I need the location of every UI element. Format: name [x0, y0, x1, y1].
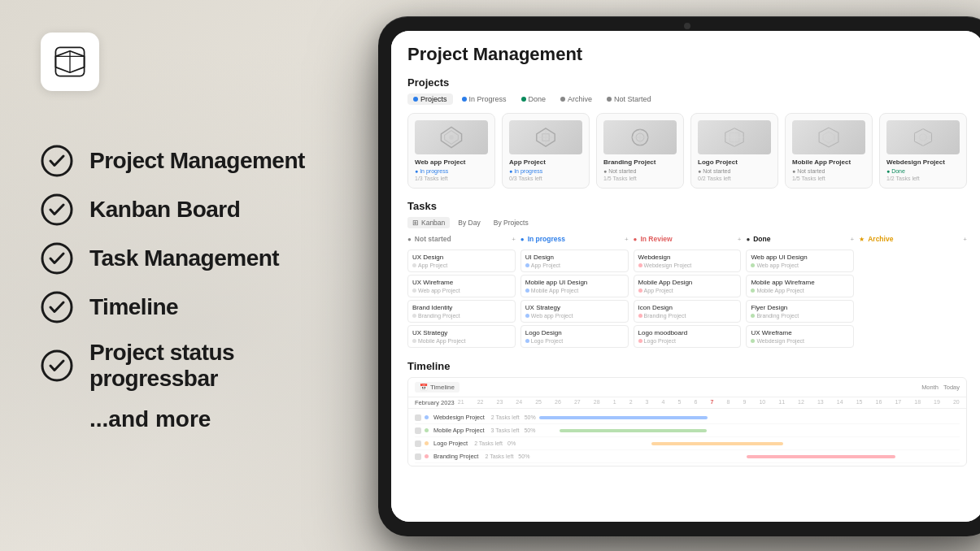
kanban-plus-in-review[interactable]: + — [738, 236, 742, 243]
timeline-row-1: Mobile App Project 3 Tasks left 50% — [415, 424, 960, 437]
check-icon-timeline — [41, 291, 73, 323]
projects-section-title: Projects — [407, 76, 967, 89]
svg-marker-11 — [819, 128, 838, 147]
tasks-tabs: ⊞ Kanban By Day By Projects — [407, 217, 967, 228]
project-tasks-0: 1/3 Tasks left — [415, 176, 488, 181]
tab-in-progress[interactable]: In Progress — [456, 93, 512, 105]
projects-grid: Web app Project ● In progress 1/3 Tasks … — [407, 113, 967, 189]
check-icon-progress-bar — [41, 349, 73, 382]
tab-by-projects[interactable]: By Projects — [489, 217, 534, 228]
tab-projects[interactable]: Projects — [407, 93, 453, 105]
kanban-task-0-0: UX Design App Project — [407, 249, 516, 272]
tab-dot-archive — [560, 97, 565, 102]
kanban-task-1-3: Logo Design Logo Project — [520, 325, 629, 348]
feature-item-progress-bar: Project status progressbar — [41, 335, 350, 397]
task-project-3-0: Web app Project — [751, 262, 849, 268]
project-card-3[interactable]: Logo Project ● Not started 0/2 Tasks lef… — [690, 113, 778, 189]
tab-archive[interactable]: Archive — [555, 93, 598, 105]
by-projects-tab-label: By Projects — [494, 219, 529, 227]
kanban-board: ● Not started + UX Design App Project — [407, 235, 967, 350]
svg-marker-12 — [823, 132, 834, 143]
task-project-1-2: Web app Project — [525, 313, 624, 319]
project-name-1: App Project — [509, 158, 582, 166]
timeline-row-icon-2 — [415, 440, 421, 447]
timeline-bar-area-1 — [538, 428, 960, 433]
feature-list: Project Management Kanban Board Task Man… — [41, 140, 350, 432]
check-icon-project-management — [41, 145, 73, 177]
timeline-row-pct-0: 50% — [525, 414, 536, 420]
kanban-plus-not-started[interactable]: + — [512, 236, 516, 243]
notion-logo — [41, 33, 99, 91]
tab-timeline[interactable]: 📅 Timeline — [415, 382, 460, 393]
timeline-section: Timeline 📅 Timeline Month Today — [407, 360, 967, 466]
timeline-month: February 2023 — [415, 399, 455, 406]
tab-by-day[interactable]: By Day — [453, 217, 485, 228]
kanban-tab-label: Kanban — [421, 219, 445, 227]
kanban-header-not-started: ● Not started + — [407, 235, 516, 245]
left-panel: Project Management Kanban Board Task Man… — [0, 0, 390, 551]
task-project-dot-1-2 — [525, 314, 529, 318]
kanban-title-not-started: Not started — [415, 235, 451, 243]
task-project-1-3: Logo Project — [525, 338, 624, 344]
tab-dot-in-progress — [462, 97, 467, 102]
task-project-dot-2-2 — [638, 314, 642, 318]
project-card-1[interactable]: App Project ● In progress 0/3 Tasks left — [502, 113, 590, 189]
kanban-col-in-progress: ● In progress + UI Design App Project — [520, 235, 629, 350]
svg-point-4 — [42, 293, 72, 322]
tab-dot-done — [521, 97, 526, 102]
task-project-1-0: App Project — [525, 262, 624, 268]
task-project-3-1: Mobile App Project — [751, 288, 849, 293]
project-card-4[interactable]: Mobile App Project ● Not started 1/5 Tas… — [785, 113, 873, 189]
task-project-3-2: Branding Project — [751, 313, 849, 319]
project-tasks-1: 0/3 Tasks left — [509, 176, 582, 181]
tab-label-archive: Archive — [568, 95, 592, 103]
tablet-wrapper: Project Management Projects Projects In … — [378, 16, 980, 536]
kanban-task-0-1: UX Wireframe Web app Project — [407, 275, 516, 297]
task-project-3-3: Webdesign Project — [751, 338, 849, 344]
feature-label-4: Project status progressbar — [89, 340, 350, 392]
tab-label-in-progress: In Progress — [469, 95, 507, 103]
project-card-5[interactable]: Webdesign Project ● Done 1/2 Tasks left — [879, 113, 967, 189]
kanban-task-3-3: UX Wireframe Webdesign Project — [746, 325, 854, 348]
tab-done[interactable]: Done — [516, 93, 552, 105]
task-project-dot-1-0 — [525, 263, 529, 267]
tab-label-not-started: Not Started — [614, 95, 651, 103]
svg-point-8 — [449, 135, 454, 140]
tab-kanban[interactable]: ⊞ Kanban — [407, 217, 450, 228]
project-card-2[interactable]: Branding Project ● Not started 1/5 Tasks… — [596, 113, 684, 189]
tab-label-done: Done — [529, 95, 547, 103]
timeline-row-2: Logo Project 2 Tasks left 0% — [415, 437, 960, 450]
project-status-4: ● Not started — [792, 168, 865, 174]
month-label: Month — [921, 384, 939, 391]
kanban-plus-done[interactable]: + — [851, 236, 855, 243]
task-project-2-1: App Project — [638, 288, 737, 293]
svg-point-13 — [920, 134, 926, 141]
feature-label-1: Kanban Board — [89, 197, 240, 223]
task-project-dot-3-1 — [751, 289, 755, 293]
project-name-5: Webdesign Project — [886, 158, 960, 166]
feature-item-project-management: Project Management — [41, 140, 350, 182]
tasks-section: Tasks ⊞ Kanban By Day By Projects — [407, 200, 967, 350]
tab-not-started[interactable]: Not Started — [601, 93, 657, 105]
done-bullet: ● — [746, 236, 750, 243]
project-thumb-0 — [415, 120, 488, 154]
project-card-0[interactable]: Web app Project ● In progress 1/3 Tasks … — [407, 113, 495, 189]
kanban-col-done: ● Done + Web app UI Design Web app Proje… — [746, 235, 854, 350]
timeline-color-dot-1 — [425, 428, 429, 432]
feature-item-kanban-board: Kanban Board — [41, 189, 350, 231]
task-name-1-1: Mobile app UI Design — [525, 279, 624, 286]
kanban-plus-in-progress[interactable]: + — [625, 236, 629, 243]
kanban-title-in-review: In Review — [640, 235, 672, 243]
feature-label-0: Project Management — [89, 148, 305, 174]
project-tasks-5: 1/2 Tasks left — [886, 176, 960, 181]
not-started-bullet: ● — [407, 236, 412, 243]
project-name-0: Web app Project — [415, 158, 488, 166]
kanban-header-in-progress: ● In progress + — [520, 235, 629, 245]
project-tasks-4: 1/5 Tasks left — [792, 176, 865, 181]
kanban-plus-archive[interactable]: + — [963, 236, 967, 243]
project-thumb-1 — [509, 120, 582, 154]
project-tasks-3: 0/2 Tasks left — [698, 176, 771, 181]
timeline-row-icon-0 — [415, 414, 421, 421]
kanban-task-0-3: UX Strategy Mobile App Project — [407, 325, 516, 348]
archive-bullet: ★ — [859, 236, 865, 243]
